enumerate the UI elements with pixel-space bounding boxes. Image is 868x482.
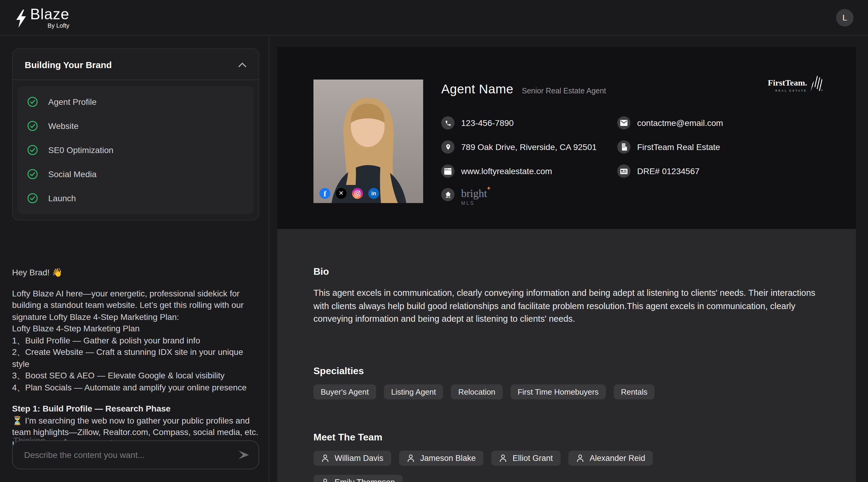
person-icon: [321, 478, 329, 482]
checklist-item-label: SE0 Optimization: [48, 145, 113, 155]
chat-message-line: Lofty Blaze AI here—your energetic, prof…: [12, 288, 261, 323]
chat-message-line: 2、Create Website — Craft a stunning IDX …: [12, 347, 261, 370]
address-row: 789 Oak Drive, Riverside, CA 92501: [441, 140, 617, 154]
chat-message-line: 3、Boost SEO & AEO — Elevate Google & loc…: [12, 370, 261, 382]
chat-sidebar: Building Your Brand Agent Profile: [0, 36, 269, 482]
chat-input[interactable]: [23, 449, 238, 460]
x-twitter-icon[interactable]: ✕: [336, 188, 347, 199]
team-member-chip[interactable]: Emily Thompson: [313, 475, 403, 482]
bright-wordmark: bright: [461, 187, 487, 199]
specialties-heading: Specialties: [313, 365, 820, 376]
team-member-name: Jameson Blake: [420, 453, 476, 462]
chat-transcript: Hey Brad! 👋 Lofty Blaze AI here—your ene…: [12, 267, 261, 450]
phone-value: 123-456-7890: [461, 118, 514, 128]
email-icon: [617, 116, 630, 130]
company-value: FirstTeam Real Estate: [637, 142, 720, 152]
team-member-chip[interactable]: Jameson Blake: [399, 450, 484, 465]
team-member-chip[interactable]: Elliot Grant: [492, 450, 561, 465]
agent-photo: f ✕ in: [313, 79, 423, 203]
person-icon: [407, 454, 415, 462]
contact-grid: 123-456-7890 contactme@email.com 789 Oa: [441, 116, 766, 202]
logo-wordmark: Blaze: [30, 6, 69, 22]
check-circle-icon: [27, 96, 38, 107]
blaze-logo: Blaze By Lofty: [14, 6, 69, 29]
phone-icon: [441, 116, 455, 130]
app-header: Blaze By Lofty L: [0, 0, 868, 36]
facebook-icon[interactable]: f: [319, 188, 330, 199]
office-building-icon: [617, 140, 630, 154]
bright-mls-logo: bright✦ MLS: [461, 188, 487, 206]
id-card-icon: [617, 164, 630, 178]
app: Blaze By Lofty L Building Your Brand: [0, 0, 868, 482]
agent-name: Agent Name: [441, 82, 513, 96]
building-your-brand-panel: Building Your Brand Agent Profile: [12, 48, 259, 221]
license-row: DRE# 01234567: [617, 164, 766, 178]
send-button[interactable]: [238, 450, 250, 460]
checklist-item-label: Social Media: [48, 169, 96, 179]
agent-job-title: Senior Real Estate Agent: [522, 87, 606, 95]
brand-checklist: Agent Profile Website: [18, 86, 254, 214]
mls-row: MLS bright✦ MLS: [441, 188, 617, 202]
agent-social-icons: f ✕ in: [319, 188, 379, 199]
agent-details-section: Bio This agent excels in communication, …: [277, 229, 856, 482]
chat-message-line: 1、Build Profile — Gather & polish your b…: [12, 335, 261, 347]
instagram-icon[interactable]: [352, 188, 363, 199]
firstteam-stripes-icon: [809, 75, 822, 91]
firstteam-wordmark: FirstTeam.: [768, 79, 807, 87]
team-member-chip[interactable]: Alexander Reid: [568, 450, 653, 465]
check-circle-icon: [27, 169, 38, 180]
checklist-item[interactable]: SE0 Optimization: [18, 138, 254, 162]
team-member-chip[interactable]: William Davis: [313, 450, 391, 465]
person-icon: [576, 454, 584, 462]
check-circle-icon: [27, 121, 38, 131]
chat-step-heading: Step 1: Build Profile — Research Phase: [12, 403, 261, 415]
svg-text:MLS: MLS: [446, 196, 450, 198]
specialty-chips: Buyer's AgentListing AgentRelocationFirs…: [313, 384, 820, 399]
specialty-chip: Rentals: [614, 384, 655, 399]
firstteam-sub: REAL ESTATE: [775, 89, 807, 92]
location-pin-icon: [441, 140, 455, 154]
browser-icon: [441, 164, 455, 178]
checklist-item-label: Launch: [48, 193, 76, 203]
phone-row: 123-456-7890: [441, 116, 617, 130]
bio-text: This agent excels in communication, clea…: [313, 287, 820, 326]
sidebar-divider: [269, 36, 270, 482]
checklist-item[interactable]: Social Media: [18, 162, 254, 186]
checklist-item[interactable]: Agent Profile: [18, 90, 254, 114]
specialty-chip: Buyer's Agent: [313, 384, 376, 399]
agent-header-card: f ✕ in Agent Name Senior Real Estate Age…: [277, 47, 856, 229]
user-avatar[interactable]: L: [836, 9, 854, 26]
check-circle-icon: [27, 144, 38, 155]
chat-message-line: 4、Plan Socials — Automate and amplify yo…: [12, 382, 261, 393]
chat-message: Lofty Blaze AI here—your energetic, prof…: [12, 288, 261, 393]
specialty-chip: Listing Agent: [384, 384, 443, 399]
panel-header[interactable]: Building Your Brand: [13, 49, 258, 79]
specialty-chip: First Time Homebuyers: [510, 384, 606, 399]
chevron-up-icon[interactable]: [238, 62, 247, 67]
agent-info: Agent Name Senior Real Estate Agent 123-…: [441, 82, 766, 202]
bio-heading: Bio: [313, 266, 820, 277]
website-value: www.loftyrealestate.com: [461, 166, 552, 176]
firstteam-logo: FirstTeam. REAL ESTATE: [768, 79, 822, 92]
license-value: DRE# 01234567: [637, 166, 700, 176]
checklist-item[interactable]: Launch: [18, 186, 254, 210]
linkedin-icon[interactable]: in: [368, 188, 379, 199]
lightning-bolt-icon: [14, 9, 28, 27]
website-row: www.loftyrealestate.com: [441, 164, 617, 178]
panel-divider: [13, 79, 258, 80]
agent-profile-main: f ✕ in Agent Name Senior Real Estate Age…: [277, 47, 856, 482]
team-member-name: Emily Thompson: [335, 478, 395, 482]
address-value: 789 Oak Drive, Riverside, CA 92501: [461, 142, 597, 152]
send-icon: [238, 450, 250, 460]
team-member-name: William Davis: [335, 453, 383, 462]
chat-greeting: Hey Brad! 👋: [12, 267, 261, 279]
person-icon: [499, 454, 507, 462]
check-circle-icon: [27, 193, 38, 204]
checklist-item[interactable]: Website: [18, 114, 254, 138]
bright-mls-sub: MLS: [461, 201, 487, 206]
checklist-item-label: Agent Profile: [48, 97, 96, 107]
chat-message-line: Lofty Blaze 4-Step Marketing Plan: [12, 323, 261, 335]
agent-portrait-image: [313, 79, 423, 203]
mls-house-icon: MLS: [441, 188, 455, 201]
team-member-name: Alexander Reid: [590, 453, 645, 462]
